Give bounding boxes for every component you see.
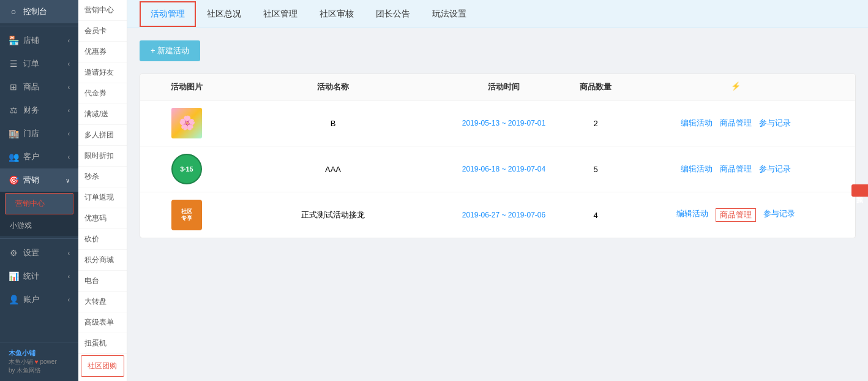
menu-item-大转盘[interactable]: 大转盘	[78, 292, 127, 312]
shop-name: 木鱼小铺	[9, 349, 70, 358]
table-row: 社区专享正式测试活动接龙2019-06-27 ~ 2019-07-064编辑活动…	[140, 192, 855, 238]
table-header: 活动图片 活动名称 活动时间 商品数量 ⚡	[140, 74, 855, 100]
menu-item-多人拼团[interactable]: 多人拼团	[78, 125, 127, 146]
action-编辑活动[interactable]: 编辑活动	[681, 164, 713, 175]
tab-community-overview[interactable]: 社区总况	[196, 1, 252, 27]
data-table: 活动图片 活动名称 活动时间 商品数量 ⚡ 🌸B2019-05-13 ~ 201…	[140, 74, 856, 238]
activity-actions-col: 编辑活动商品管理参与记录	[626, 208, 845, 222]
sidebar-item-label: 客户	[23, 151, 39, 162]
sidebar-item-stats[interactable]: 📊 统计 ‹	[0, 265, 78, 288]
sidebar-item-orders[interactable]: ☰ 订单 ‹	[0, 52, 78, 75]
submenu-mini-games[interactable]: 小游戏	[0, 216, 78, 236]
menu-item-营销中心[interactable]: 营销中心	[78, 0, 127, 21]
activity-qty-col: 4	[565, 211, 626, 220]
menu-item-优惠券[interactable]: 优惠券	[78, 42, 127, 62]
menu-item-满减/送[interactable]: 满减/送	[78, 104, 127, 125]
sidebar-item-label: 设置	[23, 247, 39, 258]
activity-thumbnail: 🌸	[171, 108, 202, 138]
menu-item-限时折扣[interactable]: 限时折扣	[78, 146, 127, 167]
menu-item-社区团购[interactable]: 社区团购	[81, 355, 124, 377]
action-参与记录[interactable]: 参与记录	[759, 164, 791, 175]
header-actions: ⚡	[626, 81, 845, 92]
tab-activity-management[interactable]: 活动管理	[140, 1, 196, 27]
new-activity-button[interactable]: + 新建活动	[140, 40, 200, 61]
orders-icon: ☰	[9, 59, 18, 69]
sidebar-item-products[interactable]: ⊞ 商品 ‹	[0, 75, 78, 99]
sidebar-item-label: 账户	[23, 294, 39, 305]
heart-icon: ♥	[35, 358, 39, 365]
menu-item-优惠码[interactable]: 优惠码	[78, 208, 127, 229]
sidebar-item-label: 财务	[23, 105, 39, 116]
chevron-icon: ‹	[68, 37, 70, 44]
action-编辑活动[interactable]: 编辑活动	[681, 118, 713, 129]
submenu-marketing-center[interactable]: 营销中心	[5, 193, 73, 214]
activity-time-col: 2019-06-27 ~ 2019-07-06	[443, 211, 565, 219]
sidebar-item-store[interactable]: 🏪 店铺 ‹	[0, 29, 78, 52]
sidebar-divider-2	[0, 238, 78, 239]
header-name: 活动名称	[223, 81, 443, 92]
activity-image-col: 3·15	[150, 154, 223, 184]
sidebar-item-label: 统计	[23, 271, 39, 282]
menu-item-秒杀[interactable]: 秒杀	[78, 167, 127, 187]
sidebar-item-finance[interactable]: ⚖ 财务 ‹	[0, 99, 78, 122]
activity-image-col: 社区专享	[150, 200, 223, 230]
action-参与记录[interactable]: 参与记录	[759, 118, 791, 129]
menu-item-积分商城[interactable]: 积分商城	[78, 250, 127, 271]
sidebar-item-label: 店铺	[23, 35, 39, 46]
content-area: + 新建活动 活动图片 活动名称 活动时间 商品数量 ⚡ 🌸B2019-05-1…	[127, 28, 868, 381]
chevron-icon: ‹	[68, 250, 70, 257]
marketing-icon: 🎯	[9, 175, 18, 185]
action-bar: + 新建活动	[140, 40, 856, 61]
action-编辑活动[interactable]: 编辑活动	[676, 208, 708, 222]
menu-item-会员卡[interactable]: 会员卡	[78, 21, 127, 42]
menu-item-高级表单[interactable]: 高级表单	[78, 312, 127, 333]
main-area: 活动管理社区总况社区管理社区审核团长公告玩法设置 + 新建活动 活动图片 活动名…	[127, 0, 868, 381]
sidebar-item-settings[interactable]: ⚙ 设置 ‹	[0, 241, 78, 265]
marketing-submenu: 营销中心 小游戏	[0, 192, 78, 236]
power-text: 木鱼小铺 ♥ power	[9, 358, 70, 366]
header-img: 活动图片	[150, 81, 223, 92]
doors-icon: 🏬	[9, 129, 18, 138]
sidebar-item-dashboard[interactable]: ○ 控制台	[0, 0, 78, 23]
action-商品管理[interactable]: 商品管理	[720, 164, 752, 175]
submenu-label: 小游戏	[10, 221, 32, 231]
menu-item-代金券[interactable]: 代金券	[78, 83, 127, 104]
float-button[interactable]: 点我加	[851, 184, 868, 197]
action-商品管理[interactable]: 商品管理	[720, 118, 752, 129]
menu-item-扭蛋机[interactable]: 扭蛋机	[78, 333, 127, 354]
sidebar-item-marketing[interactable]: 🎯 营销 ∨	[0, 168, 78, 192]
sidebar-item-label: 控制台	[23, 6, 47, 17]
secondary-sidebar: 营销中心会员卡优惠券邀请好友代金券满减/送多人拼团限时折扣秒杀订单返现优惠码砍价…	[78, 0, 127, 381]
action-参与记录[interactable]: 参与记录	[763, 208, 795, 222]
chevron-icon: ‹	[68, 296, 70, 303]
tab-gameplay-settings[interactable]: 玩法设置	[421, 1, 477, 27]
tab-community-management[interactable]: 社区管理	[252, 1, 309, 27]
action-商品管理[interactable]: 商品管理	[716, 208, 756, 222]
sidebar-item-doors[interactable]: 🏬 门店 ‹	[0, 122, 78, 145]
chevron-icon: ‹	[68, 84, 70, 91]
menu-item-邀请好友[interactable]: 邀请好友	[78, 62, 127, 83]
header-time: 活动时间	[443, 81, 565, 92]
activity-qty-col: 5	[565, 165, 626, 174]
chevron-icon: ‹	[68, 273, 70, 280]
sidebar-item-customers[interactable]: 👥 客户 ‹	[0, 145, 78, 168]
menu-item-订单返现[interactable]: 订单返现	[78, 187, 127, 208]
menu-item-砍价[interactable]: 砍价	[78, 229, 127, 250]
activity-actions-col: 编辑活动商品管理参与记录	[626, 164, 845, 175]
sidebar-item-label: 营销	[23, 175, 39, 186]
tab-community-review[interactable]: 社区审核	[309, 1, 365, 27]
chevron-icon: ∨	[65, 177, 70, 184]
sidebar: ○ 控制台 🏪 店铺 ‹ ☰ 订单 ‹ ⊞ 商品 ‹ ⚖ 财务 ‹ 🏬 门店 ‹…	[0, 0, 78, 381]
menu-item-刮刮卡[interactable]: 刮刮卡	[78, 378, 127, 381]
stats-icon: 📊	[9, 271, 18, 281]
tab-leader-announcement[interactable]: 团长公告	[365, 1, 421, 27]
finance-icon: ⚖	[9, 105, 18, 115]
dashboard-icon: ○	[9, 7, 18, 17]
sidebar-item-label: 订单	[23, 58, 39, 69]
menu-item-电台[interactable]: 电台	[78, 271, 127, 292]
activity-name-col: B	[223, 119, 443, 128]
header-qty: 商品数量	[565, 81, 626, 92]
sidebar-item-account[interactable]: 👤 账户 ‹	[0, 288, 78, 311]
power-by: by 木鱼网络	[9, 366, 70, 375]
chevron-icon: ‹	[68, 154, 70, 160]
